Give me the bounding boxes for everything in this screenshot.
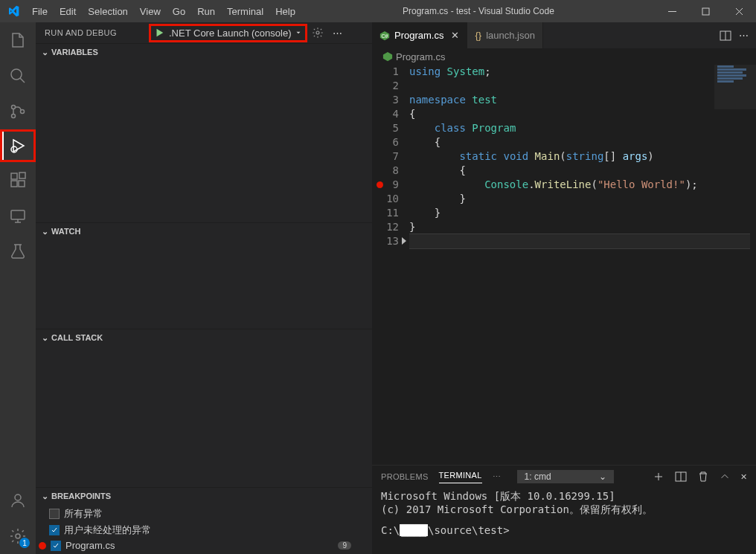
breakpoint-item[interactable]: Program.cs9: [36, 538, 372, 553]
code-line[interactable]: {: [409, 107, 750, 121]
close-panel-icon[interactable]: ✕: [740, 472, 747, 482]
terminal-prompt: C:\████\source\test>: [381, 524, 747, 537]
chevron-down-icon: ⌄: [42, 333, 48, 343]
terminal-selector[interactable]: 1: cmd⌄: [517, 470, 614, 483]
tab-label: Program.cs: [394, 30, 443, 41]
line-number[interactable]: 3: [372, 93, 399, 107]
checkbox[interactable]: [49, 525, 60, 535]
code-line[interactable]: {: [409, 135, 750, 149]
line-number[interactable]: 4: [372, 107, 399, 121]
launch-config-label: .NET Core Launch (console): [169, 28, 292, 39]
minimap[interactable]: [714, 65, 756, 109]
pane-watch-title: WATCH: [51, 227, 81, 236]
close-icon[interactable]: ✕: [451, 30, 459, 41]
code-line[interactable]: [409, 79, 750, 93]
menu-terminal[interactable]: Terminal: [221, 0, 269, 22]
account-icon[interactable]: [0, 483, 36, 518]
breadcrumb[interactable]: Program.cs: [372, 48, 756, 65]
play-icon[interactable]: [154, 28, 164, 38]
chevron-down-icon: ⌄: [42, 492, 48, 501]
menu-view[interactable]: View: [134, 0, 167, 22]
launch-config-dropdown[interactable]: .NET Core Launch (console): [169, 28, 302, 39]
json-file-icon: {}: [475, 30, 481, 41]
line-number[interactable]: 6: [372, 135, 399, 149]
pane-callstack: ⌄CALL STACK: [36, 329, 372, 487]
maximize-button[interactable]: [689, 0, 723, 22]
pane-breakpoints-header[interactable]: ⌄BREAKPOINTS: [36, 488, 372, 504]
kill-terminal-icon[interactable]: [697, 471, 709, 483]
more-icon[interactable]: ⋯: [493, 472, 501, 482]
pane-watch-header[interactable]: ⌄WATCH: [36, 223, 372, 239]
launch-settings-icon[interactable]: [312, 27, 324, 39]
split-editor-icon[interactable]: [720, 30, 731, 42]
menu-go[interactable]: Go: [167, 0, 191, 22]
extensions-icon[interactable]: [0, 162, 36, 198]
line-number[interactable]: 12: [372, 220, 399, 234]
explorer-icon[interactable]: [0, 22, 36, 58]
breakpoint-item[interactable]: 所有异常: [36, 506, 372, 522]
more-icon[interactable]: ⋯: [333, 28, 342, 39]
run-debug-icon[interactable]: [0, 129, 36, 162]
svg-rect-11: [11, 210, 25, 219]
breakpoint-item[interactable]: 用户未经处理的异常: [36, 522, 372, 538]
breakpoint-label: Program.cs: [65, 540, 115, 551]
code-line[interactable]: static void Main(string[] args): [409, 149, 750, 164]
line-number[interactable]: 10: [372, 192, 399, 206]
new-terminal-icon[interactable]: [653, 471, 664, 483]
testing-icon[interactable]: [0, 233, 36, 269]
tab-program-cs[interactable]: C# Program.cs ✕: [372, 22, 467, 48]
terminal-body[interactable]: Microsoft Windows [版本 10.0.16299.15] (c)…: [372, 488, 756, 554]
window-title: Program.cs - test - Visual Studio Code: [301, 6, 656, 16]
menu-help[interactable]: Help: [269, 0, 301, 22]
menubar: File Edit Selection View Go Run Terminal…: [26, 0, 301, 22]
source-control-icon[interactable]: [0, 94, 36, 129]
close-button[interactable]: [723, 0, 756, 22]
launch-config-selector[interactable]: .NET Core Launch (console): [149, 24, 307, 42]
more-actions-icon[interactable]: ⋯: [739, 30, 749, 42]
pane-callstack-header[interactable]: ⌄CALL STACK: [36, 329, 372, 346]
code-line[interactable]: Console.WriteLine("Hello World!");: [409, 178, 750, 192]
panel-tab-terminal[interactable]: TERMINAL: [439, 471, 482, 483]
line-number[interactable]: 2: [372, 79, 399, 93]
line-number[interactable]: 5: [372, 121, 399, 135]
breadcrumb-file[interactable]: Program.cs: [382, 51, 445, 62]
split-terminal-icon[interactable]: [675, 471, 687, 483]
code-line[interactable]: class Program: [409, 121, 750, 135]
line-number[interactable]: 9: [372, 178, 399, 192]
line-number[interactable]: 1: [372, 65, 399, 79]
code-line[interactable]: {: [409, 164, 750, 178]
editor-body[interactable]: 12345678910111213 using System; namespac…: [372, 65, 756, 465]
tab-launch-json[interactable]: {} launch.json: [467, 22, 542, 48]
menu-file[interactable]: File: [26, 0, 54, 22]
panel: PROBLEMS TERMINAL ⋯ 1: cmd⌄ ✕ Microsoft …: [372, 465, 756, 554]
line-number[interactable]: 13: [372, 234, 399, 248]
code-line[interactable]: }: [409, 192, 750, 206]
pane-variables-header[interactable]: ⌄VARIABLES: [36, 44, 372, 60]
code-line[interactable]: [409, 233, 750, 249]
breakpoint-label: 用户未经处理的异常: [64, 524, 151, 537]
code-line[interactable]: }: [409, 206, 750, 220]
menu-selection[interactable]: Selection: [82, 0, 133, 22]
svg-rect-1: [702, 8, 709, 15]
panel-tab-problems[interactable]: PROBLEMS: [381, 472, 429, 481]
pane-breakpoints: ⌄BREAKPOINTS 所有异常用户未经处理的异常Program.cs9: [36, 487, 372, 554]
search-icon[interactable]: [0, 58, 36, 94]
settings-icon[interactable]: 1: [0, 518, 36, 554]
csharp-file-icon: [382, 51, 393, 62]
checkbox[interactable]: [49, 509, 60, 519]
activity-bar: 1: [0, 22, 36, 554]
code-line[interactable]: namespace test: [409, 93, 750, 107]
chevron-down-icon: ⌄: [42, 48, 48, 57]
maximize-panel-icon[interactable]: [720, 471, 730, 482]
code-line[interactable]: using System;: [409, 65, 750, 79]
line-number[interactable]: 7: [372, 149, 399, 164]
minimize-button[interactable]: [656, 0, 689, 22]
line-number[interactable]: 8: [372, 164, 399, 178]
menu-edit[interactable]: Edit: [54, 0, 82, 22]
line-number[interactable]: 11: [372, 206, 399, 220]
remote-icon[interactable]: [0, 198, 36, 233]
code-line[interactable]: }: [409, 220, 750, 234]
svg-point-13: [16, 534, 20, 538]
checkbox[interactable]: [51, 541, 61, 551]
menu-run[interactable]: Run: [191, 0, 221, 22]
